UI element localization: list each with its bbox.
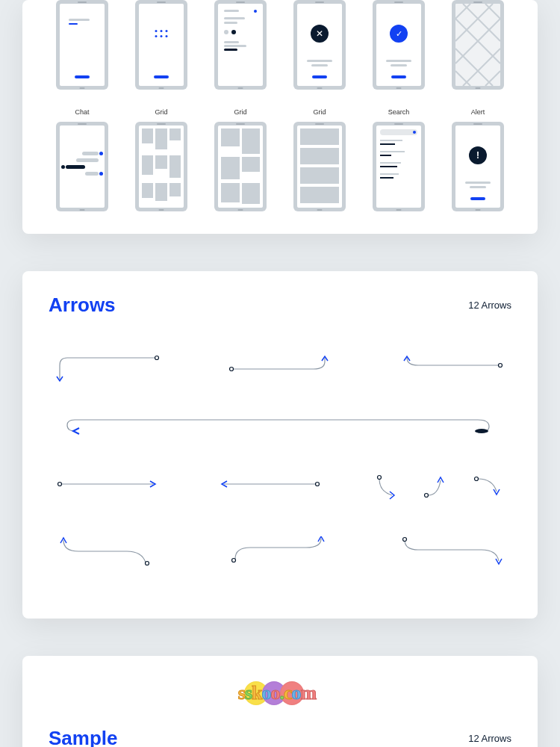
arrow-straight-right (52, 473, 164, 503)
phone-item-success: ✓ (365, 0, 432, 90)
svg-point-1 (155, 356, 159, 360)
svg-point-2 (230, 368, 234, 371)
svg-point-12 (403, 538, 407, 542)
arrow-straight-left (213, 473, 325, 503)
arrows-grid (49, 347, 511, 596)
phone-label: Grid (234, 108, 246, 116)
phone-label: Alert (471, 108, 485, 116)
svg-point-6 (316, 483, 320, 486)
arrow-curve-left (52, 354, 164, 384)
phone-item-login (49, 0, 116, 90)
phones-card: ✕ ✓ (22, 0, 538, 234)
phone-row-1: ✕ ✓ (49, 0, 511, 90)
phone-label: Chat (75, 108, 89, 116)
phone-item-map (444, 0, 511, 90)
phone-item-search: Search (365, 108, 432, 211)
phone-item-grid-2: Grid (207, 108, 274, 211)
arrow-mini-down-right (373, 473, 411, 503)
svg-rect-0 (455, 4, 500, 86)
svg-point-9 (475, 477, 479, 481)
arrow-mini-up (422, 473, 459, 503)
arrow-mini-down (470, 473, 508, 503)
phone-item-list (207, 0, 274, 90)
arrow-curve-right (396, 354, 508, 384)
svg-point-4 (475, 429, 488, 433)
svg-point-11 (232, 559, 236, 562)
arrow-s-curve-2 (224, 536, 336, 566)
alert-icon: ! (469, 146, 487, 164)
phone-item-chat: Chat (49, 108, 116, 211)
phone-item-loading (128, 0, 195, 90)
sample-title: Sample (49, 727, 118, 747)
phone-label: Grid (155, 108, 167, 116)
svg-point-8 (425, 494, 429, 498)
svg-point-3 (499, 364, 503, 368)
sample-header: Sample 12 Arrows (49, 727, 511, 747)
close-icon: ✕ (311, 25, 329, 43)
svg-point-7 (378, 476, 382, 480)
phone-item-grid-3: Grid (286, 108, 353, 211)
svg-point-5 (58, 483, 62, 486)
arrows-subtitle: 12 Arrows (468, 300, 511, 311)
phone-item-alert: Alert ! (444, 108, 511, 211)
map-icon (455, 4, 500, 86)
phone-label: Grid (313, 108, 326, 116)
sample-card: sskoo.com Sample 12 Arrows (22, 656, 538, 747)
watermark-logo: sskoo.com (49, 678, 511, 708)
phone-label: Search (388, 108, 410, 116)
arrows-title: Arrows (49, 294, 116, 317)
arrow-s-curve-3 (396, 536, 508, 566)
checkmark-icon: ✓ (390, 25, 408, 43)
svg-point-10 (146, 562, 149, 565)
phone-item-grid-1: Grid (128, 108, 195, 211)
arrow-curve-up (224, 354, 336, 384)
arrow-long-span (52, 418, 508, 443)
sample-subtitle: 12 Arrows (468, 733, 511, 744)
arrows-card: Arrows 12 Arrows (22, 271, 538, 619)
phone-row-2: Chat Grid Grid (49, 108, 511, 211)
phone-item-close: ✕ (286, 0, 353, 90)
arrows-header: Arrows 12 Arrows (49, 294, 511, 317)
arrow-s-curve-1 (52, 536, 164, 566)
